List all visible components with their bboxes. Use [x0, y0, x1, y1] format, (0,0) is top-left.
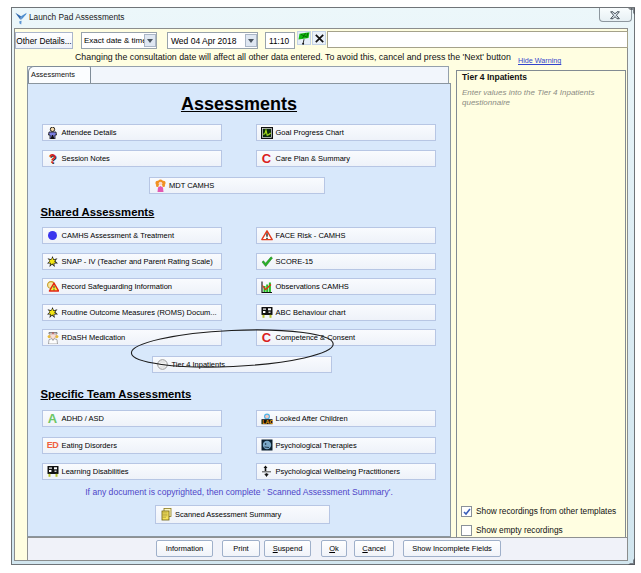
svg-text:LAC: LAC: [262, 418, 273, 424]
